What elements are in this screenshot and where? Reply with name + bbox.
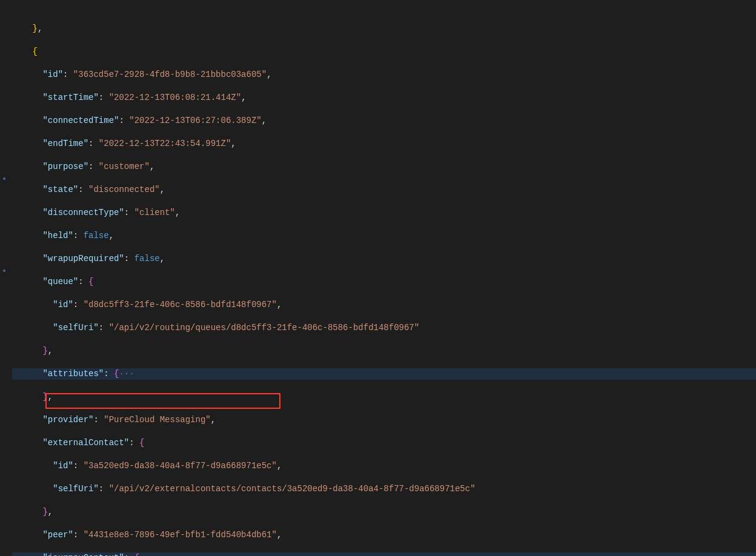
ellipsis-icon[interactable]: ···: [139, 553, 154, 556]
key-journeyContext: journeyContext: [48, 553, 119, 556]
code-line[interactable]: },: [12, 345, 756, 357]
val-wrapupRequired: false: [134, 254, 160, 263]
code-line[interactable]: "selfUri": "/api/v2/routing/queues/d8dc5…: [12, 322, 756, 334]
code-line[interactable]: "peer": "4431e8e8-7896-49ef-bfb1-fdd540b…: [12, 529, 756, 541]
code-line[interactable]: "connectedTime": "2022-12-13T06:27:06.38…: [12, 115, 756, 127]
code-line[interactable]: "id": "363cd5e7-2928-4fd8-b9b8-21bbbc03a…: [12, 69, 756, 81]
val-ec-id: 3a520ed9-da38-40a4-8f77-d9a668971e5c: [88, 461, 271, 471]
code-editor[interactable]: }, { "id": "363cd5e7-2928-4fd8-b9b8-21bb…: [0, 0, 756, 556]
code-line[interactable]: "disconnectType": "client",: [12, 207, 756, 219]
key-ec-id: id: [58, 461, 68, 471]
json-code[interactable]: }, { "id": "363cd5e7-2928-4fd8-b9b8-21bb…: [0, 0, 756, 556]
key-held: held: [48, 231, 68, 240]
code-line[interactable]: },: [12, 506, 756, 518]
val-queue-selfUri: /api/v2/routing/queues/d8dc5ff3-21fe-406…: [114, 323, 414, 333]
code-line[interactable]: "startTime": "2022-12-13T06:08:21.414Z",: [12, 92, 756, 104]
code-line[interactable]: "provider": "PureCloud Messaging",: [12, 414, 756, 426]
fold-marker-icon: [3, 270, 5, 272]
val-peer: 4431e8e8-7896-49ef-bfb1-fdd540b4db61: [88, 530, 271, 540]
code-line[interactable]: },: [12, 391, 756, 403]
key-externalContact: externalContact: [48, 438, 124, 448]
val-connectedTime: 2022-12-13T06:27:06.389Z: [134, 116, 257, 125]
ellipsis-icon[interactable]: ···: [119, 369, 134, 379]
key-state: state: [48, 185, 73, 194]
val-disconnectType: client: [139, 208, 170, 217]
key-provider: provider: [48, 415, 88, 425]
key-queue-id: id: [58, 300, 68, 309]
code-line[interactable]: "id": "d8dc5ff3-21fe-406c-8586-bdfd148f0…: [12, 299, 756, 311]
code-line[interactable]: },: [12, 23, 756, 35]
fold-marker-icon: [3, 177, 5, 180]
key-wrapupRequired: wrapupRequired: [48, 254, 119, 263]
code-line[interactable]: "held": false,: [12, 230, 756, 242]
key-startTime: startTime: [48, 93, 94, 102]
key-queue-selfUri: selfUri: [58, 323, 94, 333]
gutter: [0, 0, 11, 556]
key-disconnectType: disconnectType: [48, 208, 119, 217]
code-line[interactable]: "purpose": "customer",: [12, 161, 756, 173]
code-line[interactable]: "selfUri": "/api/v2/externalcontacts/con…: [12, 483, 756, 495]
val-state: disconnected: [93, 185, 154, 194]
key-endTime: endTime: [48, 139, 84, 148]
val-queue-id: d8dc5ff3-21fe-406c-8586-bdfd148f0967: [88, 300, 271, 309]
code-line[interactable]: "wrapupRequired": false,: [12, 253, 756, 265]
val-id: 363cd5e7-2928-4fd8-b9b8-21bbbc03a605: [78, 70, 261, 79]
code-line[interactable]: "state": "disconnected",: [12, 184, 756, 196]
val-startTime: 2022-12-13T06:08:21.414Z: [114, 93, 236, 102]
key-attributes: attributes: [48, 369, 99, 379]
val-endTime: 2022-12-13T22:43:54.991Z: [104, 139, 226, 148]
key-purpose: purpose: [48, 162, 84, 171]
code-line[interactable]: "id": "3a520ed9-da38-40a4-8f77-d9a668971…: [12, 460, 756, 472]
val-purpose: customer: [104, 162, 144, 171]
key-peer: peer: [48, 530, 68, 540]
key-id: id: [48, 70, 58, 79]
code-line[interactable]: "endTime": "2022-12-13T22:43:54.991Z",: [12, 138, 756, 150]
key-queue: queue: [48, 277, 73, 286]
code-line-folded[interactable]: "attributes": {···: [12, 368, 756, 380]
code-line[interactable]: "queue": {: [12, 276, 756, 288]
code-line-folded[interactable]: "journeyContext": {···: [12, 552, 756, 556]
code-line[interactable]: "externalContact": {: [12, 437, 756, 449]
code-line[interactable]: {: [12, 46, 756, 58]
val-ec-selfUri: /api/v2/externalcontacts/contacts/3a520e…: [114, 484, 470, 494]
key-ec-selfUri: selfUri: [58, 484, 94, 494]
val-provider: PureCloud Messaging: [109, 415, 206, 425]
key-connectedTime: connectedTime: [48, 116, 114, 125]
val-held: false: [84, 231, 109, 240]
